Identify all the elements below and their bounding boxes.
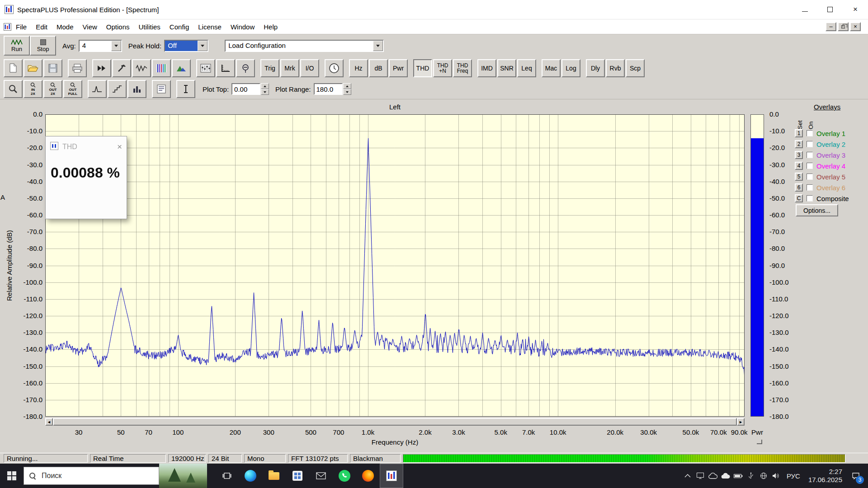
leq-button[interactable]: Leq — [517, 59, 536, 77]
taskbar-app-grid[interactable] — [286, 464, 309, 488]
overlay-set-button[interactable]: 6 — [795, 183, 803, 192]
configuration-combobox[interactable]: Load Configuration — [225, 40, 384, 52]
plot-top-input[interactable] — [231, 83, 260, 95]
cursor-ibeam-button[interactable] — [176, 80, 195, 98]
save-button[interactable] — [43, 59, 62, 77]
tray-monitor-icon[interactable] — [694, 464, 707, 488]
child-minimize-button[interactable]: – — [826, 22, 836, 31]
peak-hold-dropdown-arrow[interactable] — [198, 41, 208, 51]
thd-n-button[interactable]: THD+N — [433, 59, 452, 77]
thd-window[interactable]: THD × 0.00088 % — [45, 136, 127, 219]
spectrum-canvas[interactable] — [45, 114, 745, 417]
tray-cloud2-icon[interactable] — [719, 464, 732, 488]
menu-edit[interactable]: Edit — [31, 21, 52, 33]
overlay-set-button[interactable]: 2 — [795, 140, 803, 148]
scale-ruler-button[interactable] — [216, 59, 235, 77]
menu-config[interactable]: Config — [165, 21, 193, 33]
close-button[interactable]: × — [843, 0, 868, 19]
menu-utilities[interactable]: Utilities — [134, 21, 165, 33]
db-button[interactable]: dB — [369, 59, 388, 77]
stop-button[interactable]: Stop — [30, 36, 56, 56]
new-file-button[interactable] — [4, 59, 23, 77]
thd-button[interactable]: THD — [413, 59, 432, 77]
notification-button[interactable]: 3 — [846, 464, 865, 488]
taskbar-clock[interactable]: 2:27 17.06.2025 — [804, 468, 846, 484]
zoom-button[interactable] — [4, 80, 23, 98]
taskbar-firefox[interactable] — [356, 464, 380, 488]
phase-scope-button[interactable] — [236, 59, 255, 77]
notes-list-button[interactable] — [152, 80, 171, 98]
surface-3d-view-button[interactable] — [172, 59, 191, 77]
menu-file[interactable]: File — [11, 21, 31, 33]
horizontal-scrollbar[interactable]: ◄ ► — [45, 418, 745, 426]
taskbar-mail[interactable] — [309, 464, 333, 488]
menu-license[interactable]: License — [193, 21, 226, 33]
step-plot-button[interactable] — [108, 80, 127, 98]
overlay-set-button[interactable]: 3 — [795, 151, 803, 159]
plot-top-spinner[interactable] — [261, 83, 269, 95]
hz-button[interactable]: Hz — [349, 59, 368, 77]
overlays-options-button[interactable]: Options... — [796, 204, 838, 216]
print-button[interactable] — [68, 59, 87, 77]
overlay-checkbox[interactable] — [807, 152, 813, 158]
plot-range-input[interactable] — [314, 83, 343, 95]
io-button[interactable]: I/O — [300, 59, 319, 77]
avg-combobox[interactable]: 4 — [79, 40, 122, 52]
tray-globe-icon[interactable] — [757, 464, 770, 488]
plot-range-spinner[interactable] — [343, 83, 351, 95]
open-file-button[interactable] — [24, 59, 42, 77]
overlay-checkbox[interactable] — [807, 130, 813, 136]
taskbar-edge[interactable] — [239, 464, 262, 488]
log-button[interactable]: Log — [561, 59, 580, 77]
run-button[interactable]: Run — [4, 36, 30, 56]
start-button[interactable] — [0, 464, 24, 488]
overlay-checkbox[interactable] — [807, 141, 813, 147]
taskbar-search[interactable]: Поиск — [24, 467, 159, 485]
mixer-button[interactable] — [196, 59, 215, 77]
trigger-button[interactable]: Trig — [260, 59, 279, 77]
tray-usb-icon[interactable] — [745, 464, 757, 488]
widgets-thumbnail[interactable] — [159, 464, 207, 488]
scroll-left-button[interactable]: ◄ — [45, 418, 53, 426]
spectrogram-view-button[interactable] — [152, 59, 171, 77]
maximize-button[interactable] — [817, 0, 843, 19]
peak-curve-button[interactable] — [88, 80, 107, 98]
overlay-checkbox[interactable] — [807, 195, 813, 202]
menu-options[interactable]: Options — [102, 21, 134, 33]
scroll-right-button[interactable]: ► — [737, 418, 745, 426]
menu-help[interactable]: Help — [259, 21, 282, 33]
thd-close-icon[interactable]: × — [117, 142, 122, 152]
menu-mode[interactable]: Mode — [52, 21, 78, 33]
child-restore-button[interactable] — [838, 22, 849, 31]
language-indicator[interactable]: РУС — [783, 472, 804, 480]
tray-cloud-icon[interactable] — [707, 464, 719, 488]
overlay-checkbox[interactable] — [807, 184, 813, 191]
overlay-set-button[interactable]: C — [795, 194, 803, 202]
scope-button[interactable]: Scp — [626, 59, 645, 77]
task-view-button[interactable] — [215, 464, 239, 488]
overlay-checkbox[interactable] — [807, 163, 813, 169]
scrollbar-thumb[interactable] — [53, 418, 737, 426]
bar-graph-button[interactable] — [127, 80, 146, 98]
overlay-set-button[interactable]: 1 — [795, 129, 803, 137]
thd-freq-button[interactable]: THDFreq — [453, 59, 472, 77]
reverb-button[interactable]: Rvb — [606, 59, 625, 77]
taskbar-whatsapp[interactable] — [333, 464, 356, 488]
minimize-button[interactable] — [792, 0, 817, 19]
overlay-set-button[interactable]: 5 — [795, 173, 803, 181]
delay-button[interactable]: Dly — [586, 59, 605, 77]
macro-button[interactable]: Mac — [542, 59, 561, 77]
zoom-in-2x-button[interactable]: IN2X — [24, 80, 42, 98]
zoom-out-2x-button[interactable]: OUT2X — [43, 80, 62, 98]
marker-button[interactable]: Mrk — [280, 59, 299, 77]
avg-dropdown-arrow[interactable] — [111, 41, 121, 51]
overlay-set-button[interactable]: 4 — [795, 162, 803, 170]
menu-window[interactable]: Window — [226, 21, 259, 33]
fast-forward-button[interactable] — [92, 59, 111, 77]
tray-chevron-up-icon[interactable] — [681, 464, 694, 488]
imd-button[interactable]: IMD — [477, 59, 496, 77]
zoom-out-full-button[interactable]: OUTFULL — [63, 80, 82, 98]
tray-volume-icon[interactable] — [770, 464, 783, 488]
taskbar-spectraplus[interactable] — [380, 464, 403, 488]
pwr-button[interactable]: Pwr — [389, 59, 408, 77]
